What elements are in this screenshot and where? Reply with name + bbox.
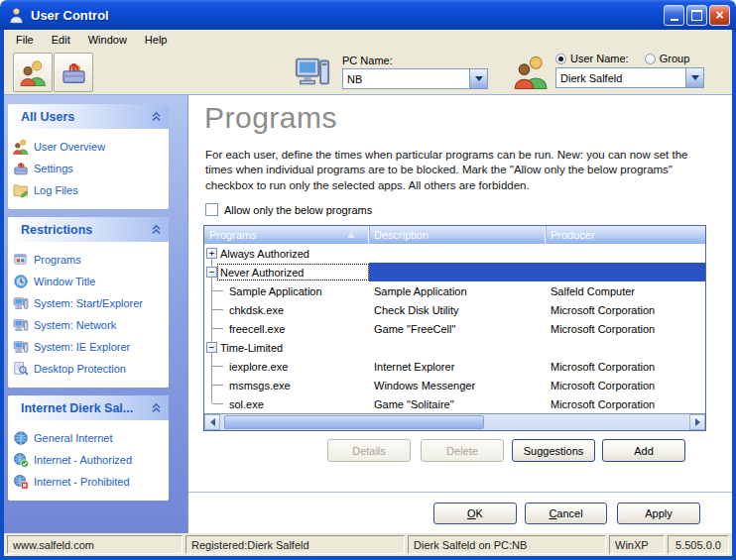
- pc-name-label: PC Name:: [342, 55, 393, 66]
- scrollbar-thumb[interactable]: [224, 415, 484, 429]
- sidebar-item-label: Desktop Protection: [34, 363, 126, 375]
- add-button[interactable]: Add: [602, 439, 685, 462]
- desktop-search-icon: [13, 361, 29, 377]
- sidebar-section-list: ProgramsWindow TitleSystem: Start/Explor…: [8, 242, 169, 388]
- main-content: Programs For each user, define the times…: [188, 95, 732, 533]
- chevron-up-icon[interactable]: [150, 110, 163, 123]
- chevron-up-icon[interactable]: [150, 223, 163, 236]
- page-title: Programs: [204, 101, 337, 135]
- sidebar-item-label: System: IE Explorer: [34, 341, 130, 353]
- ok-button[interactable]: OK: [433, 503, 517, 524]
- computer-icon: [13, 295, 29, 311]
- menu-item-window[interactable]: Window: [79, 32, 136, 48]
- sidebar-section-header-all-users[interactable]: All Users: [8, 104, 169, 129]
- collapse-icon[interactable]: −: [206, 267, 217, 278]
- tree-child-row[interactable]: sol.exeGame "Solitaire"Microsoft Corpora…: [204, 394, 705, 413]
- sidebar-item-log-files[interactable]: Log Files: [13, 179, 167, 201]
- column-header-programs[interactable]: Programs: [204, 226, 369, 244]
- user-name-radio-label: User Name:: [570, 53, 629, 64]
- sidebar-item-system-start-explorer[interactable]: System: Start/Explorer: [13, 292, 167, 314]
- program-description: Internet Explorer: [374, 361, 454, 373]
- sidebar-section-list: General InternetInternet - AuthorizedInt…: [8, 420, 169, 501]
- group-row-label: Never Authorized: [217, 264, 369, 280]
- column-header-producer[interactable]: Producer: [546, 226, 705, 244]
- sidebar-item-label: Programs: [34, 254, 81, 266]
- sidebar-item-general-internet[interactable]: General Internet: [13, 427, 167, 449]
- sidebar-item-programs[interactable]: Programs: [13, 249, 167, 271]
- sidebar-item-internet-prohibited[interactable]: Internet - Prohibited: [13, 471, 167, 493]
- sidebar-item-label: Internet - Prohibited: [34, 476, 130, 488]
- scroll-left-button[interactable]: [204, 414, 220, 430]
- apply-button[interactable]: Apply: [617, 503, 700, 524]
- program-producer: Salfeld Computer: [551, 285, 635, 297]
- minimize-button[interactable]: [664, 5, 684, 26]
- suggestions-button[interactable]: Suggestions: [512, 439, 595, 462]
- scroll-right-button[interactable]: [689, 414, 705, 430]
- chevron-down-icon[interactable]: [469, 69, 487, 88]
- tree-child-row[interactable]: Sample ApplicationSample ApplicationSalf…: [204, 281, 705, 300]
- collapse-icon[interactable]: −: [206, 342, 217, 353]
- sidebar-item-label: Window Title: [34, 276, 95, 287]
- tree-child-row[interactable]: chkdsk.exeCheck Disk UtilityMicrosoft Co…: [204, 300, 705, 319]
- user-name-radio[interactable]: User Name:: [555, 53, 629, 64]
- toolbar: PC Name: NB User Name: Group Dierk Salfe…: [4, 49, 732, 94]
- sidebar-item-label: General Internet: [34, 432, 113, 444]
- column-header-description[interactable]: Description: [369, 226, 546, 244]
- users-icon: [514, 55, 549, 89]
- sidebar-section-header-restrictions[interactable]: Restrictions: [8, 217, 169, 242]
- program-name: freecell.exe: [229, 323, 285, 335]
- sidebar-item-system-ie-explorer[interactable]: System: IE Explorer: [13, 336, 167, 358]
- pc-name-value: NB: [343, 69, 469, 88]
- sidebar-item-internet-authorized[interactable]: Internet - Authorized: [13, 449, 167, 471]
- sidebar-item-system-network[interactable]: System: Network: [13, 314, 167, 336]
- sidebar-item-settings[interactable]: Settings: [13, 158, 167, 179]
- group-radio[interactable]: Group: [645, 53, 690, 64]
- sidebar-item-user-overview[interactable]: User Overview: [13, 136, 167, 158]
- arrow-right-icon: [695, 418, 700, 426]
- tree-child-row[interactable]: iexplore.exeInternet ExplorerMicrosoft C…: [204, 357, 705, 376]
- cancel-button[interactable]: Cancel: [525, 503, 607, 524]
- window-frame: FileEditWindowHelp PC Name: NB User Name…: [0, 30, 736, 560]
- scrollbar-track[interactable]: [220, 414, 689, 430]
- pc-name-combobox[interactable]: NB: [342, 68, 488, 89]
- program-name: sol.exe: [229, 398, 264, 410]
- sidebar-item-window-title[interactable]: Window Title: [13, 271, 167, 292]
- radio-unselected-icon: [645, 54, 656, 64]
- sort-ascending-icon: [347, 232, 355, 238]
- chevron-up-icon[interactable]: [150, 401, 163, 414]
- app-icon: [8, 7, 25, 24]
- allow-only-checkbox-label: Allow only the below programs: [224, 204, 372, 216]
- sidebar-section-header-internet-dierk-sal[interactable]: Internet Dierk Sal...: [8, 395, 169, 420]
- tree-group-row[interactable]: −Never Authorized: [204, 263, 705, 281]
- tree-child-row[interactable]: msmsgs.exeWindows MessengerMicrosoft Cor…: [204, 376, 705, 394]
- program-name: Sample Application: [229, 285, 322, 297]
- user-name-combobox[interactable]: Dierk Salfeld: [555, 67, 704, 88]
- allow-only-checkbox[interactable]: [205, 203, 218, 216]
- program-description: Windows Messenger: [374, 380, 475, 392]
- tree-child-row[interactable]: freecell.exeGame "FreeCell"Microsoft Cor…: [204, 319, 705, 338]
- globe-x-icon: [13, 474, 29, 490]
- menu-item-help[interactable]: Help: [136, 32, 177, 48]
- menu-item-edit[interactable]: Edit: [43, 32, 79, 48]
- delete-button: Delete: [421, 439, 504, 462]
- chevron-down-icon[interactable]: [685, 68, 703, 87]
- expand-icon[interactable]: +: [206, 248, 217, 259]
- menu-bar: FileEditWindowHelp: [4, 30, 732, 49]
- group-row-label: Time-Limited: [217, 339, 369, 356]
- sidebar-item-desktop-protection[interactable]: Desktop Protection: [13, 358, 167, 380]
- close-icon: ×: [715, 8, 723, 22]
- program-producer: Microsoft Corporation: [551, 380, 655, 392]
- radio-selected-icon: [555, 54, 566, 64]
- close-button[interactable]: ×: [709, 5, 730, 26]
- menu-item-file[interactable]: File: [7, 32, 43, 48]
- users-toolbar-button[interactable]: [13, 53, 53, 92]
- status-panel-www-salfeld-com: www.salfeld.com: [7, 535, 183, 554]
- settings-toolbar-button[interactable]: [54, 53, 93, 92]
- title-bar: User Control ×: [0, 0, 736, 30]
- tree-group-row[interactable]: −Time-Limited: [204, 338, 705, 357]
- program-producer: Microsoft Corporation: [551, 304, 655, 316]
- sidebar-panel-all-users: All UsersUser OverviewSettingsLog Files: [8, 104, 169, 209]
- tree-group-row[interactable]: +Always Authorized: [204, 244, 705, 263]
- minimize-icon: [671, 11, 678, 21]
- maximize-button[interactable]: [686, 5, 707, 26]
